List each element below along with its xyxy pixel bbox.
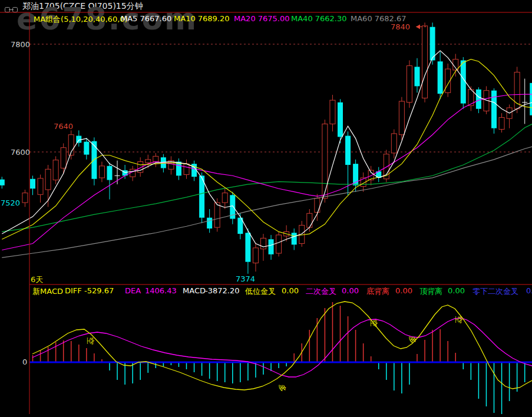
ma40-readout: MA40 7662.30: [291, 14, 347, 23]
diff-label: DIFF: [65, 286, 82, 295]
session-low-7374-label: 7374: [236, 274, 255, 283]
ma10-readout: MA10 7689.20: [174, 14, 230, 23]
bottom-divergence-value: 0.00: [395, 286, 412, 295]
macd-zero-label: 0: [22, 358, 27, 366]
price-tick-7800: 7800: [11, 40, 30, 49]
bottom-divergence-label: 底背离: [366, 286, 389, 297]
below-zero-cross-label: 零下二次金叉: [472, 286, 518, 297]
below-zero-cross-value: 0.00: [526, 286, 532, 295]
top-divergence-label: 顶背离: [419, 286, 442, 297]
ma20-readout: MA20 7675.00: [234, 14, 290, 23]
low-golden-cross-label: 低位金叉: [245, 286, 276, 297]
chart-window: e678.com 郑油1705(CZCE OI705)15分钟 MA组合(5,1…: [0, 0, 532, 417]
session-high-7840-label: 7840: [391, 22, 410, 31]
price-tick-7520: 7520: [1, 198, 20, 207]
ma60-readout: MA60 7682.67: [351, 14, 407, 23]
macd-label: MACD: [183, 286, 206, 295]
dea-label: DEA: [125, 286, 141, 295]
price-tick-7600: 7600: [11, 148, 30, 157]
candlestick-macd-chart[interactable]: [0, 0, 532, 417]
signal-short-2: 空: [368, 320, 379, 327]
ma-combo-readout: MA组合(5,10,20,40,60,0): [34, 14, 128, 25]
macd-indicator-name: 新MACD: [32, 286, 63, 297]
macd-value: -3872.20: [205, 286, 239, 295]
signal-short-1: 空: [85, 337, 95, 345]
ma5-readout: MA5 7667.60: [121, 14, 171, 23]
top-divergence-value: 0.00: [448, 286, 465, 295]
signal-short-3: 空: [453, 316, 464, 324]
second-golden-cross-value: 0.00: [342, 286, 359, 295]
signal-long-1: 多: [277, 385, 288, 392]
low-golden-cross-value: 0.00: [282, 286, 299, 295]
second-golden-cross-label: 二次金叉: [306, 286, 336, 297]
timespan-6day-label: 6天: [31, 274, 43, 285]
diff-value: -529.67: [84, 286, 114, 295]
signal-long-2: 多: [407, 336, 418, 344]
dea-value: 1406.43: [145, 286, 177, 295]
swing-high-7640-label: 7640: [54, 122, 73, 131]
